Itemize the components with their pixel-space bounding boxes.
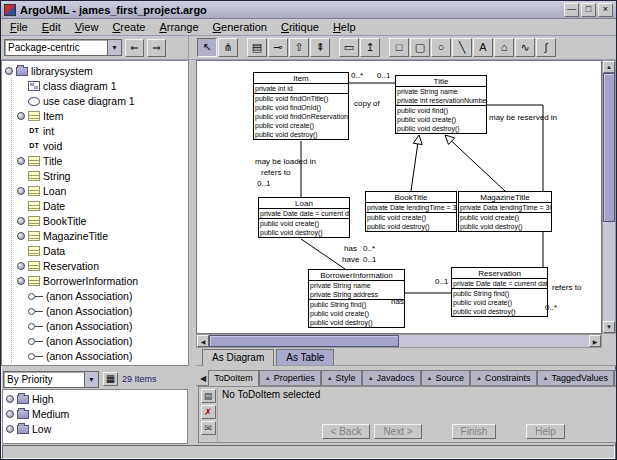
tab-constraints[interactable]: ▲Constraints — [470, 370, 536, 385]
expander-icon[interactable] — [17, 277, 25, 285]
tab-as-table[interactable]: As Table — [276, 349, 334, 365]
rectangle-tool[interactable]: □ — [389, 38, 409, 57]
magazinetitle-title-edge[interactable] — [452, 141, 505, 191]
edge-label[interactable]: refers to — [552, 283, 581, 292]
menu-view[interactable]: View — [68, 20, 106, 34]
tree-item-item[interactable]: Item — [15, 108, 187, 123]
vertical-splitter[interactable] — [189, 60, 196, 366]
tree-item-anon-association[interactable]: (anon Association) — [15, 288, 187, 303]
edge-label[interactable]: has — [391, 297, 404, 306]
expander-icon[interactable] — [17, 217, 25, 225]
scroll-left-icon[interactable]: ◀ — [197, 335, 209, 347]
tree-item-anon-association[interactable]: (anon Association) — [15, 303, 187, 318]
tree-item-date[interactable]: Date — [15, 198, 187, 213]
edge-label[interactable]: 0..1 — [435, 277, 448, 286]
todo-perspective-combo[interactable]: By Priority ▼ — [3, 371, 99, 388]
vertical-splitter-lower[interactable] — [189, 369, 196, 445]
finish-button[interactable]: Finish — [452, 424, 497, 439]
canvas-horizontal-scrollbar[interactable]: ◀ ▶ — [196, 334, 602, 348]
horizontal-scroll-thumb[interactable] — [209, 335, 399, 347]
tree-item-use-case-diagram-1[interactable]: use case diagram 1 — [15, 93, 187, 108]
expander-icon[interactable] — [17, 262, 25, 270]
tree-item-booktitle[interactable]: BookTitle — [15, 213, 187, 228]
expander-icon[interactable] — [5, 67, 13, 75]
menu-file[interactable]: File — [3, 20, 35, 34]
tab-style[interactable]: ▲Style — [321, 370, 362, 385]
scroll-up-icon[interactable]: ▲ — [603, 61, 615, 73]
edge-label[interactable]: copy of — [354, 99, 380, 108]
back-button[interactable]: < Back — [322, 424, 371, 439]
text-tool[interactable]: A — [473, 38, 493, 57]
tree-item-string[interactable]: String — [15, 168, 187, 183]
class-loan[interactable]: Loanprivate Date date = current datepubl… — [258, 197, 350, 238]
class-title[interactable]: Titleprivate String nameprivate int rese… — [395, 75, 487, 134]
collapse-pane-icon[interactable]: ◀ — [198, 374, 208, 385]
tab-todoitem[interactable]: ToDoItem — [208, 370, 259, 386]
generalization-tool[interactable]: ⇧ — [289, 38, 309, 57]
tab-as-diagram[interactable]: As Diagram — [202, 349, 274, 366]
edge-label[interactable]: may be reserved in — [489, 113, 557, 122]
edge-label[interactable]: 0..* — [351, 71, 363, 80]
todo-priority-medium[interactable]: Medium — [4, 406, 186, 421]
tree-item-title[interactable]: Title — [15, 153, 187, 168]
tree-item-loan[interactable]: Loan — [15, 183, 187, 198]
expander-icon[interactable] — [6, 395, 14, 403]
tree-item-anon-association[interactable]: (anon Association) — [15, 348, 187, 363]
expander-icon[interactable] — [6, 410, 14, 418]
nav-forward-button[interactable]: ⇒ — [147, 39, 166, 57]
edge-label[interactable]: 0..1 — [377, 71, 390, 80]
edge-label[interactable]: 0..* — [545, 303, 557, 312]
horizontal-scroll-track[interactable] — [209, 335, 589, 347]
polygon-tool[interactable]: ⌂ — [494, 38, 514, 57]
flat-view-toggle[interactable]: ▦ — [103, 372, 118, 386]
edge-label[interactable]: 0..1 — [363, 255, 376, 264]
vertical-scroll-thumb[interactable] — [603, 73, 615, 222]
close-button[interactable]: × — [598, 3, 613, 17]
spline-tool[interactable]: ∿ — [515, 38, 535, 57]
tree-item-magazinetitle[interactable]: MagazineTitle — [15, 228, 187, 243]
tree-item-class-diagram-1[interactable]: class diagram 1 — [15, 78, 187, 93]
email-expert-icon[interactable]: ✉ — [201, 421, 216, 435]
new-todo-icon[interactable]: ▤ — [201, 389, 216, 403]
menu-edit[interactable]: Edit — [35, 20, 68, 34]
menu-critique[interactable]: Critique — [274, 20, 326, 34]
maximize-button[interactable]: □ — [581, 3, 596, 17]
todo-priority-high[interactable]: High — [4, 391, 186, 406]
association-tool[interactable]: ⊸ — [268, 38, 288, 57]
menu-help[interactable]: Help — [326, 20, 363, 34]
tree-item-void[interactable]: DTvoid — [15, 138, 187, 153]
title-reservation-edge[interactable] — [487, 105, 548, 273]
menu-generation[interactable]: Generation — [206, 20, 274, 34]
edge-label[interactable]: have — [342, 255, 359, 264]
broom-tool[interactable]: ⋔ — [218, 38, 238, 57]
tree-root[interactable]: librarysystem — [3, 63, 187, 78]
loan-borrowerinformation-edge[interactable] — [301, 239, 345, 269]
vertical-scroll-track[interactable] — [603, 73, 615, 321]
booktitle-title-edge[interactable] — [411, 144, 418, 191]
edge-label[interactable]: may be loaded in — [255, 157, 316, 166]
tree-item-borrowerinformation[interactable]: BorrowerInformation — [15, 273, 187, 288]
scroll-right-icon[interactable]: ▶ — [589, 335, 601, 347]
expander-icon[interactable] — [17, 232, 25, 240]
expander-icon[interactable] — [17, 112, 25, 120]
nav-back-button[interactable]: ⇐ — [125, 39, 144, 57]
tree-item-int[interactable]: DTint — [15, 123, 187, 138]
tab-source[interactable]: ▲Source — [421, 370, 470, 385]
tree-item-reservation[interactable]: Reservation — [15, 258, 187, 273]
rounded-rectangle-tool[interactable]: ▢ — [410, 38, 430, 57]
scroll-down-icon[interactable]: ▼ — [603, 321, 615, 333]
expander-icon[interactable] — [17, 157, 25, 165]
diagram-canvas[interactable]: Itemprivate int idpublic void findOnTitl… — [196, 60, 602, 334]
edge-label[interactable]: refers to — [261, 168, 290, 177]
canvas-vertical-scrollbar[interactable]: ▲ ▼ — [602, 60, 616, 334]
perspective-combo[interactable]: Package-centric ▼ — [4, 39, 122, 56]
tab-properties[interactable]: ▲Properties — [259, 370, 321, 385]
tree-item-anon-association[interactable]: (anon Association) — [15, 318, 187, 333]
select-tool[interactable]: ↖ — [197, 38, 217, 57]
dependency-tool[interactable]: ↥ — [360, 38, 380, 57]
chevron-down-icon[interactable]: ▼ — [107, 40, 121, 55]
edge-label[interactable]: 0..1 — [257, 179, 270, 188]
edge-label[interactable]: has — [344, 244, 357, 253]
title-bar[interactable]: ArgoUML - james_first_project.argo — □ × — [1, 1, 616, 19]
tab-taggedvalues[interactable]: ▲TaggedValues — [537, 370, 614, 385]
